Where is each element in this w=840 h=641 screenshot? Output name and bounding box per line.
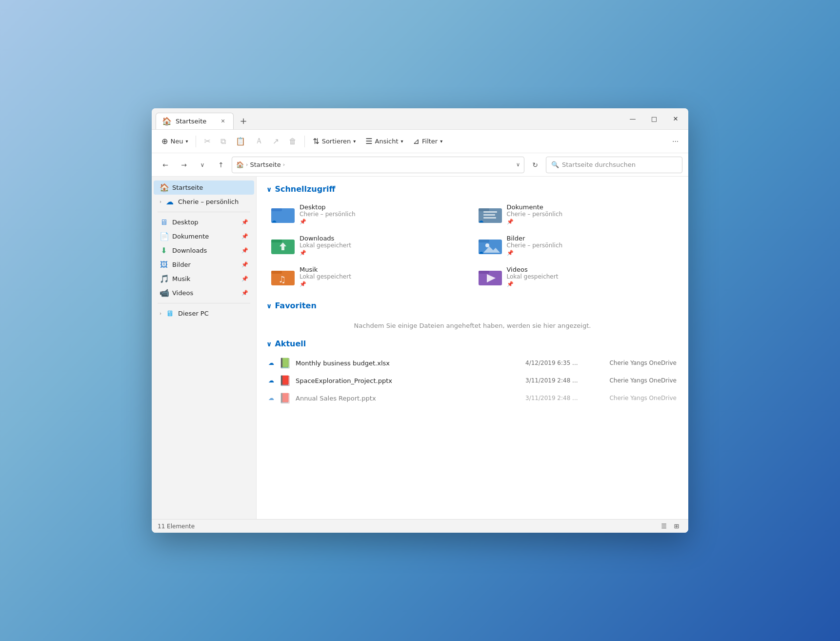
- paste-icon: 📋: [236, 137, 245, 146]
- copy-icon: ⧉: [220, 137, 226, 146]
- svg-rect-8: [271, 240, 282, 242]
- qa-item-videos[interactable]: Videos Lokal gespeichert 📌: [474, 262, 679, 291]
- sidebar-item-startseite[interactable]: 🏠 Startseite: [154, 180, 254, 195]
- quick-access-header[interactable]: ∨ Schnellzugriff: [266, 184, 679, 194]
- copy-button[interactable]: ⧉: [217, 134, 230, 148]
- search-icon: 🔍: [551, 161, 559, 168]
- recent-locations-button[interactable]: ∨: [195, 157, 210, 173]
- svg-rect-11: [479, 240, 489, 242]
- minimize-button[interactable]: —: [622, 111, 643, 127]
- new-tab-button[interactable]: +: [236, 113, 251, 128]
- recent-cloud-icon-1: ☁: [268, 377, 274, 384]
- recent-header[interactable]: ∨ Aktuell: [266, 339, 679, 348]
- sort-icon: ⇅: [313, 137, 319, 146]
- svg-rect-3: [479, 208, 489, 211]
- breadcrumb-bar[interactable]: 🏠 › Startseite › ∨: [232, 157, 524, 173]
- sidebar-item-dieser-pc[interactable]: › 🖥 Dieser PC: [154, 306, 254, 320]
- more-icon: ⋯: [672, 138, 679, 145]
- svg-text:♫: ♫: [278, 274, 286, 284]
- qa-desktop-name: Desktop: [300, 203, 356, 211]
- sidebar-item-desktop[interactable]: 🖥 Desktop 📌: [154, 215, 254, 229]
- new-button[interactable]: ⊕ Neu ▾: [158, 134, 192, 148]
- sidebar-startseite-label: Startseite: [172, 184, 248, 191]
- dokumente-cloud-badge: ☁: [479, 218, 484, 224]
- breadcrumb-dropdown-btn[interactable]: ∨: [516, 161, 520, 168]
- rename-icon: Ａ: [255, 136, 263, 146]
- maximize-button[interactable]: □: [643, 111, 665, 127]
- sidebar-desktop-pin: 📌: [241, 219, 248, 225]
- recent-label: Aktuell: [275, 339, 306, 348]
- sidebar-desktop-icon: 🖥: [160, 218, 168, 227]
- paste-button[interactable]: 📋: [232, 134, 249, 148]
- favorites-header[interactable]: ∨ Favoriten: [266, 301, 679, 310]
- recent-item-0[interactable]: ☁ 📗 Monthly business budget.xlsx 4/12/20…: [266, 354, 679, 372]
- view-icon: ☰: [365, 137, 372, 146]
- delete-button[interactable]: 🗑: [285, 134, 300, 148]
- breadcrumb-label: Startseite: [250, 161, 280, 168]
- qa-videos-pin: 📌: [507, 281, 559, 287]
- tab-home-icon: 🏠: [162, 117, 172, 126]
- qa-musik-sub: Lokal gespeichert: [300, 273, 351, 280]
- filter-label: Filter: [422, 138, 438, 145]
- sidebar-item-videos[interactable]: 📹 Videos 📌: [154, 286, 254, 300]
- recent-name-2: Annual Sales Report.pptx: [296, 395, 520, 402]
- view-button[interactable]: ☰ Ansicht ▾: [361, 134, 407, 148]
- file-explorer-window: 🏠 Startseite ✕ + — □ ✕ ⊕ Neu ▾ ✂ ⧉ 📋: [152, 108, 688, 533]
- forward-button[interactable]: →: [176, 157, 192, 173]
- more-button[interactable]: ⋯: [668, 135, 682, 147]
- qa-item-downloads[interactable]: Downloads Lokal gespeichert 📌: [266, 231, 472, 260]
- up-button[interactable]: ↑: [213, 157, 229, 173]
- sidebar-item-downloads[interactable]: ⬇ Downloads 📌: [154, 243, 254, 258]
- back-button[interactable]: ←: [158, 157, 173, 173]
- filter-button[interactable]: ⊿ Filter ▾: [409, 134, 447, 148]
- qa-musik-pin: 📌: [300, 281, 351, 287]
- qa-desktop-pin: 📌: [300, 219, 356, 225]
- search-bar[interactable]: 🔍 Startseite durchsuchen: [546, 157, 682, 173]
- active-tab[interactable]: 🏠 Startseite ✕: [156, 113, 234, 129]
- sidebar-musik-label: Musik: [172, 275, 238, 282]
- delete-icon: 🗑: [289, 137, 297, 146]
- list-view-button[interactable]: ☰: [658, 521, 670, 531]
- sidebar-cloud-icon: ☁: [165, 197, 174, 206]
- recent-name-0: Monthly business budget.xlsx: [296, 360, 520, 367]
- qa-item-musik[interactable]: ♫ Musik Lokal gespeichert 📌: [266, 262, 472, 291]
- recent-name-1: SpaceExploration_Project.pptx: [296, 377, 520, 384]
- qa-bilder-folder-icon: ☁: [479, 236, 502, 255]
- tile-view-button[interactable]: ⊞: [671, 521, 682, 531]
- rename-button[interactable]: Ａ: [251, 134, 267, 149]
- new-dropdown-icon: ▾: [185, 139, 188, 144]
- recent-location-2: Cherie Yangs OneDrive: [599, 395, 677, 401]
- sidebar-item-bilder[interactable]: 🖼 Bilder 📌: [154, 258, 254, 272]
- nav-bar: ← → ∨ ↑ 🏠 › Startseite › ∨ ↻ 🔍 Startseit…: [152, 153, 688, 177]
- recent-item-2[interactable]: ☁ 📕 Annual Sales Report.pptx 3/11/2019 2…: [266, 389, 679, 407]
- close-button[interactable]: ✕: [665, 111, 686, 127]
- sidebar: 🏠 Startseite › ☁ Cherie – persönlich 🖥 D…: [152, 177, 257, 519]
- qa-item-dokumente[interactable]: ☁ Dokumente Cherie – persönlich 📌: [474, 200, 679, 229]
- refresh-button[interactable]: ↻: [527, 157, 543, 173]
- tab-close-button[interactable]: ✕: [219, 117, 227, 126]
- sidebar-desktop-label: Desktop: [172, 219, 238, 226]
- recent-file-icon-1: 📕: [279, 375, 291, 386]
- cut-icon: ✂: [204, 137, 210, 146]
- recent-location-0: Cherie Yangs OneDrive: [599, 360, 677, 366]
- cut-button[interactable]: ✂: [200, 134, 214, 148]
- recent-item-1[interactable]: ☁ 📕 SpaceExploration_Project.pptx 3/11/2…: [266, 372, 679, 389]
- sidebar-bilder-pin: 📌: [241, 261, 248, 268]
- favorites-chevron: ∨: [266, 302, 272, 310]
- tab-area: 🏠 Startseite ✕ +: [152, 108, 622, 129]
- sidebar-musik-pin: 📌: [241, 276, 248, 282]
- share-button[interactable]: ↗: [269, 134, 283, 148]
- qa-item-bilder[interactable]: ☁ Bilder Cherie – persönlich 📌: [474, 231, 679, 260]
- sidebar-item-dokumente[interactable]: 📄 Dokumente 📌: [154, 229, 254, 243]
- sidebar-cherie-arrow: ›: [160, 199, 161, 204]
- sidebar-item-musik[interactable]: 🎵 Musik 📌: [154, 272, 254, 286]
- qa-item-desktop[interactable]: ☁ Desktop Cherie – persönlich 📌: [266, 200, 472, 229]
- qa-dokumente-sub: Cherie – persönlich: [507, 211, 563, 218]
- filter-dropdown-icon: ▾: [440, 139, 442, 144]
- svg-rect-1: [271, 208, 282, 211]
- qa-bilder-sub: Cherie – persönlich: [507, 242, 563, 249]
- sidebar-item-cherie[interactable]: › ☁ Cherie – persönlich: [154, 195, 254, 209]
- recent-date-2: 3/11/2019 2:48 ...: [525, 395, 594, 401]
- sort-button[interactable]: ⇅ Sortieren ▾: [309, 134, 360, 148]
- sidebar-dokumente-pin: 📌: [241, 233, 248, 240]
